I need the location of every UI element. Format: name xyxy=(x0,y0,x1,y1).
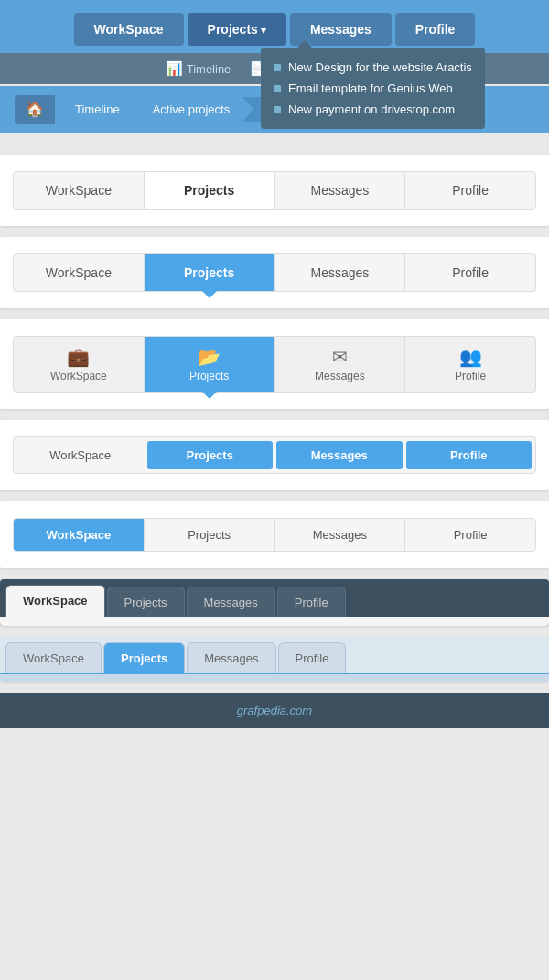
nav8-bar: WorkSpace Projects Messages Profile xyxy=(0,637,549,673)
nav4-projects-label: Projects xyxy=(189,370,229,382)
nav2-messages[interactable]: Messages xyxy=(275,172,406,209)
dropdown-item-label: New Design for the website Aractis xyxy=(288,60,472,74)
breadcrumb-home[interactable]: 🏠 xyxy=(15,95,55,124)
dropdown-item-label: Email template for Genius Web xyxy=(288,81,453,95)
folder-open-icon: 📂 xyxy=(198,348,221,366)
nav3-messages[interactable]: Messages xyxy=(275,254,406,291)
nav8-workspace[interactable]: WorkSpace xyxy=(5,642,102,673)
nav4-bar: 💼 WorkSpace 📂 Projects ✉ Messages 👥 Prof… xyxy=(13,336,536,393)
nav7-section: WorkSpace Projects Messages Profile xyxy=(0,579,549,626)
nav4-workspace-label: WorkSpace xyxy=(50,370,107,382)
breadcrumb-timeline[interactable]: Timeline xyxy=(55,97,133,122)
dropdown-item-2[interactable]: Email template for Genius Web xyxy=(274,78,472,99)
nav4-profile[interactable]: 👥 Profile xyxy=(405,337,535,392)
nav6-projects[interactable]: Projects xyxy=(145,519,275,551)
nav6-messages[interactable]: Messages xyxy=(275,519,406,551)
nav8-messages[interactable]: Messages xyxy=(187,642,275,673)
nav8-bottom-bar xyxy=(0,673,549,682)
nav2-projects[interactable]: Projects xyxy=(145,172,275,209)
nav4-profile-label: Profile xyxy=(455,370,486,382)
nav7-projects[interactable]: Projects xyxy=(107,587,185,617)
nav4-projects[interactable]: 📂 Projects xyxy=(145,337,275,392)
subbar-timeline-label: Timeline xyxy=(187,62,231,76)
nav8-section: WorkSpace Projects Messages Profile xyxy=(0,637,549,682)
nav7-bar: WorkSpace Projects Messages Profile xyxy=(0,579,549,617)
nav5-bar: WorkSpace Projects Messages Profile xyxy=(13,436,536,474)
flag-icon xyxy=(274,64,281,71)
breadcrumb-active-projects[interactable]: Active projects xyxy=(133,97,243,122)
footer-text: grafpedia.com xyxy=(237,704,312,717)
nav3-section: WorkSpace Projects Messages Profile xyxy=(0,237,549,308)
dropdown-item-3[interactable]: New payment on drivestop.com xyxy=(274,99,472,120)
nav7-profile[interactable]: Profile xyxy=(277,587,346,617)
chart-icon: 📊 xyxy=(166,60,183,77)
projects-dropdown: New Design for the website Aractis Email… xyxy=(261,48,485,129)
nav7-messages[interactable]: Messages xyxy=(187,587,275,617)
nav6-profile[interactable]: Profile xyxy=(405,519,535,551)
nav6-section: WorkSpace Projects Messages Profile xyxy=(0,501,549,568)
nav1-profile-btn[interactable]: Profile xyxy=(395,13,476,46)
nav5-projects[interactable]: Projects xyxy=(147,441,274,469)
nav3-workspace[interactable]: WorkSpace xyxy=(14,254,145,291)
nav4-messages-label: Messages xyxy=(315,370,365,382)
nav2-bar: WorkSpace Projects Messages Profile xyxy=(13,171,536,210)
flag-icon xyxy=(274,85,281,92)
nav7-bottom-bar xyxy=(0,617,549,626)
subbar-timeline[interactable]: 📊 Timeline xyxy=(166,60,231,77)
flag-icon xyxy=(274,106,281,113)
nav5-profile[interactable]: Profile xyxy=(406,441,533,469)
nav2-section: WorkSpace Projects Messages Profile xyxy=(0,155,549,226)
nav8-profile[interactable]: Profile xyxy=(278,642,347,673)
nav1-bar: WorkSpace Projects Messages Profile xyxy=(0,13,549,46)
nav6-workspace[interactable]: WorkSpace xyxy=(14,519,145,551)
dropdown-item-label: New payment on drivestop.com xyxy=(288,102,455,116)
nav4-workspace[interactable]: 💼 WorkSpace xyxy=(14,337,145,392)
nav3-profile[interactable]: Profile xyxy=(405,254,535,291)
nav5-messages[interactable]: Messages xyxy=(276,441,403,469)
nav3-projects[interactable]: Projects xyxy=(145,254,275,291)
nav3-bar: WorkSpace Projects Messages Profile xyxy=(13,253,536,292)
nav1-workspace-btn[interactable]: WorkSpace xyxy=(74,13,184,46)
nav4-section: 💼 WorkSpace 📂 Projects ✉ Messages 👥 Prof… xyxy=(0,319,549,409)
nav2-workspace[interactable]: WorkSpace xyxy=(14,172,145,209)
nav5-section: WorkSpace Projects Messages Profile xyxy=(0,420,549,490)
dropdown-item-1[interactable]: New Design for the website Aractis xyxy=(274,57,472,78)
nav1-section: WorkSpace Projects Messages Profile New … xyxy=(0,0,549,84)
briefcase-icon: 💼 xyxy=(67,348,90,366)
nav6-bar: WorkSpace Projects Messages Profile xyxy=(13,518,536,552)
nav7-workspace[interactable]: WorkSpace xyxy=(5,585,105,617)
people-icon: 👥 xyxy=(459,348,482,366)
nav4-messages[interactable]: ✉ Messages xyxy=(275,337,406,392)
nav8-projects[interactable]: Projects xyxy=(103,642,185,673)
nav2-profile[interactable]: Profile xyxy=(405,172,535,209)
nav1-projects-btn[interactable]: Projects xyxy=(188,13,286,46)
envelope-icon: ✉ xyxy=(332,348,348,366)
nav5-workspace[interactable]: WorkSpace xyxy=(17,441,144,469)
footer: grafpedia.com xyxy=(0,693,549,728)
